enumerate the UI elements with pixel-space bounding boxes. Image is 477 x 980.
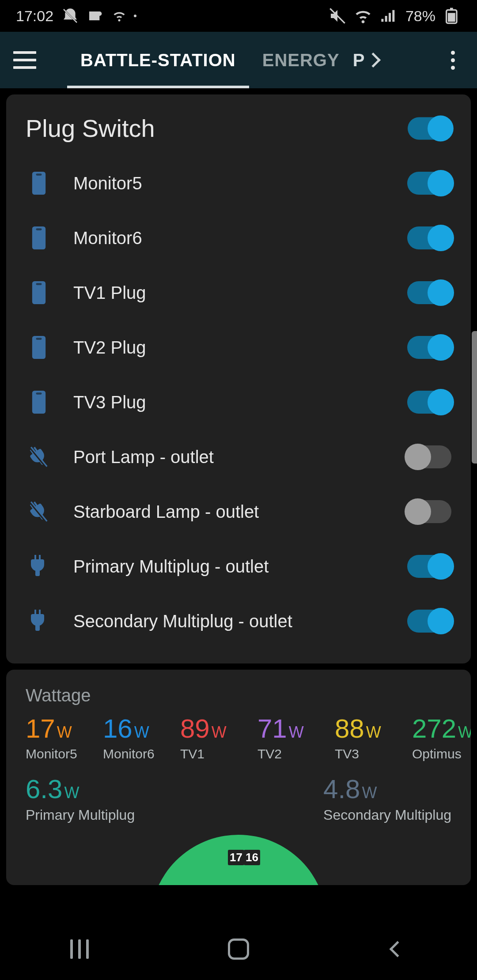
status-bar: 17:02 78% — [0, 0, 477, 32]
toggle[interactable] — [407, 172, 451, 195]
toggle[interactable] — [407, 226, 451, 249]
plug-off-icon — [26, 445, 52, 468]
app-header: BATTLE-STATION ENERGY P — [0, 32, 477, 88]
switch-label: TV1 Plug — [73, 283, 407, 303]
wattage-item: 88W TV3 — [335, 713, 403, 761]
donut-badge-1: 17 — [228, 850, 244, 865]
device-icon — [26, 281, 52, 304]
svg-rect-4 — [450, 8, 453, 10]
wattage-value: 71W — [257, 713, 326, 744]
tab-bar: BATTLE-STATION ENERGY P — [67, 32, 428, 88]
switch-row: TV2 Plug — [26, 320, 451, 375]
wattage-item: 71W TV2 — [257, 713, 326, 761]
wattage-value: 272W — [412, 713, 471, 744]
wattage-item: 16W Monitor6 — [103, 713, 171, 761]
wattage-item: 6.3W Primary Multiplug — [26, 774, 135, 823]
switch-row: Monitor6 — [26, 211, 451, 265]
plug-on-icon — [26, 610, 52, 633]
device-icon — [26, 391, 52, 414]
wattage-label: Optimus — [412, 746, 471, 761]
wattage-title: Wattage — [26, 686, 451, 705]
tab-overflow[interactable]: P — [353, 50, 379, 70]
tab-energy[interactable]: ENERGY — [249, 32, 353, 88]
toggle[interactable] — [407, 555, 451, 578]
switch-row: Port Lamp - outlet — [26, 430, 451, 484]
status-dot — [134, 15, 136, 17]
switch-label: TV2 Plug — [73, 338, 407, 358]
wattage-value: 88W — [335, 713, 403, 744]
switch-label: Port Lamp - outlet — [73, 447, 407, 467]
nav-back-button[interactable] — [380, 936, 415, 962]
switch-row: TV3 Plug — [26, 375, 451, 430]
switch-label: Monitor5 — [73, 173, 407, 193]
wattage-value: 6.3W — [26, 774, 135, 804]
wattage-donut: 17 16 — [26, 835, 451, 885]
toggle[interactable] — [407, 500, 451, 523]
toggle[interactable] — [407, 391, 451, 414]
signal-icon — [380, 7, 398, 25]
wattage-label: Primary Multiplug — [26, 807, 135, 823]
wattage-value: 17W — [26, 713, 94, 744]
card-title: Plug Switch — [26, 114, 155, 143]
wattage-value: 16W — [103, 713, 171, 744]
wattage-label: TV3 — [335, 746, 403, 761]
wattage-value: 89W — [180, 713, 249, 744]
battery-icon — [443, 7, 461, 25]
tab-label: P — [353, 50, 365, 70]
device-icon — [26, 226, 52, 249]
dnd-icon — [61, 7, 79, 25]
switch-label: Secondary Multiplug - outlet — [73, 611, 407, 631]
wattage-label: Monitor5 — [26, 746, 94, 761]
toggle[interactable] — [407, 336, 451, 359]
tab-label: BATTLE-STATION — [80, 50, 236, 70]
system-nav-bar — [0, 918, 477, 980]
overflow-menu-button[interactable] — [442, 49, 464, 71]
device-icon — [26, 172, 52, 195]
battery-text: 78% — [405, 8, 435, 25]
wifi-small-icon — [113, 7, 126, 25]
switch-row: Starboard Lamp - outlet — [26, 484, 451, 539]
status-time: 17:02 — [16, 8, 53, 25]
plug-switch-card: Plug Switch Monitor5 Monitor6 TV1 Plug T… — [6, 94, 471, 663]
switch-label: TV3 Plug — [73, 392, 407, 412]
wattage-label: Secondary Multiplug — [323, 807, 451, 823]
switch-row: TV1 Plug — [26, 265, 451, 320]
menu-button[interactable] — [13, 51, 36, 69]
toggle[interactable] — [407, 445, 451, 468]
switch-row: Secondary Multiplug - outlet — [26, 594, 451, 648]
switch-row: Primary Multiplug - outlet — [26, 539, 451, 594]
mute-icon — [329, 7, 346, 25]
wattage-label: TV2 — [257, 746, 326, 761]
tab-battle-station[interactable]: BATTLE-STATION — [67, 32, 249, 88]
plug-off-icon — [26, 500, 52, 523]
nav-recents-button[interactable] — [62, 936, 97, 962]
wifi-icon — [354, 7, 372, 25]
master-toggle[interactable] — [408, 117, 451, 139]
scroll-indicator[interactable] — [472, 331, 477, 464]
device-icon — [26, 336, 52, 359]
chevron-right-icon — [366, 53, 381, 68]
wattage-item: 17W Monitor5 — [26, 713, 94, 761]
wattage-label: Monitor6 — [103, 746, 171, 761]
donut-badge-2: 16 — [244, 850, 260, 865]
wattage-item: 4.8W Secondary Multiplug — [323, 774, 451, 823]
switch-label: Primary Multiplug - outlet — [73, 557, 407, 577]
wattage-card: Wattage 17W Monitor5 16W Monitor6 89W TV… — [6, 670, 471, 885]
wattage-item: 89W TV1 — [180, 713, 249, 761]
switch-label: Starboard Lamp - outlet — [73, 502, 407, 522]
plug-on-icon — [26, 555, 52, 578]
tab-label: ENERGY — [262, 50, 340, 70]
svg-rect-5 — [448, 13, 455, 22]
switch-row: Monitor5 — [26, 156, 451, 211]
toggle[interactable] — [407, 281, 451, 304]
wattage-item: 272W Optimus — [412, 713, 471, 761]
wattage-label: TV1 — [180, 746, 249, 761]
puzzle-icon — [87, 7, 105, 25]
switch-label: Monitor6 — [73, 228, 407, 248]
wattage-value: 4.8W — [323, 774, 451, 804]
nav-home-button[interactable] — [221, 936, 256, 962]
toggle[interactable] — [407, 610, 451, 633]
